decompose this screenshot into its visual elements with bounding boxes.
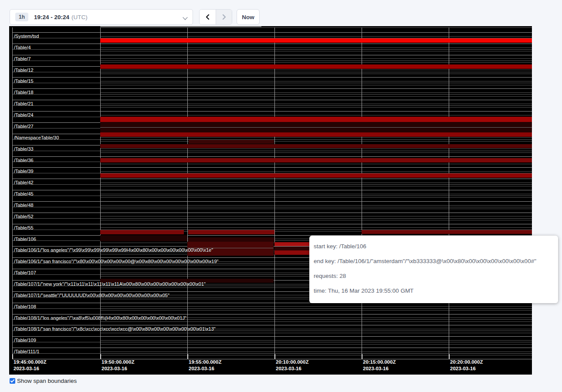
heat-band bbox=[100, 26, 261, 27]
chevron-down-icon bbox=[183, 15, 187, 19]
x-axis-date-label: 2023-03-16 bbox=[276, 366, 301, 372]
grid-subline bbox=[100, 149, 532, 149]
heat-band bbox=[274, 250, 310, 255]
row-label: /Table/106/1/"san francisco"/"\x80\x00\x… bbox=[14, 259, 219, 264]
row-label: /Table/55 bbox=[14, 225, 34, 230]
time-range-zone: (UTC) bbox=[71, 14, 88, 20]
grid-subline bbox=[100, 104, 532, 104]
span-boundary-line bbox=[12, 213, 532, 213]
span-boundary-line bbox=[12, 336, 532, 337]
x-axis-time-label: 20:15:00.000Z bbox=[363, 359, 396, 365]
grid-subline bbox=[100, 96, 532, 97]
next-time-button[interactable] bbox=[216, 10, 232, 24]
heat-band bbox=[100, 132, 532, 137]
grid-subline bbox=[100, 115, 532, 115]
grid-subline bbox=[12, 94, 532, 95]
tooltip-requests: requests: 28 bbox=[314, 268, 554, 283]
heat-band bbox=[100, 117, 532, 122]
grid-subline bbox=[100, 310, 532, 311]
x-axis-tick bbox=[12, 354, 13, 359]
heat-band bbox=[100, 173, 532, 178]
span-boundary-line bbox=[12, 201, 532, 202]
grid-subline bbox=[12, 308, 532, 309]
grid-subline bbox=[12, 83, 532, 83]
time-boundary-line bbox=[274, 27, 275, 359]
x-axis-tick bbox=[362, 354, 362, 359]
heat-band bbox=[188, 237, 274, 242]
time-range-text: 19:24 - 20:24 bbox=[34, 14, 69, 20]
span-boundary-line bbox=[12, 314, 532, 314]
heat-band bbox=[100, 235, 187, 241]
grid-subline bbox=[100, 355, 532, 355]
grid-subline bbox=[12, 184, 532, 185]
time-nav-group bbox=[199, 9, 232, 25]
span-tooltip: start key: /Table/106 end key: /Table/10… bbox=[309, 236, 558, 303]
heat-band bbox=[274, 242, 310, 246]
grid-subline bbox=[100, 209, 532, 209]
grid-subline bbox=[12, 353, 532, 354]
heat-band bbox=[100, 230, 184, 234]
x-axis-time-label: 20:10:00.000Z bbox=[276, 359, 308, 365]
grid-subline bbox=[12, 61, 532, 61]
x-axis-time-label: 19:55:00.000Z bbox=[189, 359, 221, 365]
tooltip-time: time: Thu, 16 Mar 2023 19:55:00 GMT bbox=[314, 283, 554, 298]
grid-subline bbox=[100, 62, 532, 63]
key-visualizer-heatmap[interactable]: /System/tsd/Table/4/Table/7/Table/12/Tab… bbox=[9, 26, 532, 375]
row-label: /Table/39 bbox=[14, 169, 34, 174]
grid-subline bbox=[100, 36, 532, 37]
grid-subline bbox=[100, 321, 532, 322]
x-axis-tick bbox=[100, 354, 101, 359]
grid-subline bbox=[100, 344, 532, 345]
time-boundary-line bbox=[187, 27, 188, 359]
footer: Show span boundaries bbox=[10, 378, 77, 384]
time-boundary-line bbox=[100, 27, 101, 359]
span-boundary-line bbox=[12, 44, 532, 44]
row-label: /Table/7 bbox=[14, 56, 31, 61]
grid-subline bbox=[100, 74, 532, 74]
row-label: /Table/106 bbox=[14, 237, 36, 242]
grid-subline bbox=[100, 58, 532, 59]
span-boundary-line bbox=[12, 348, 532, 348]
grid-subline bbox=[100, 351, 532, 352]
grid-subline bbox=[100, 205, 532, 206]
row-label: /Table/36 bbox=[14, 158, 34, 163]
span-boundary-line bbox=[12, 111, 532, 112]
row-label: /System/tsd bbox=[14, 34, 39, 39]
span-boundary-line bbox=[12, 190, 532, 190]
grid-subline bbox=[12, 218, 532, 219]
span-boundary-line bbox=[12, 325, 532, 325]
row-label: /Table/45 bbox=[14, 191, 34, 196]
row-label: /Table/107/1/"new york"/"\x11\x11\x11\x1… bbox=[14, 281, 206, 287]
row-label: /Table/24 bbox=[14, 112, 34, 118]
row-label: /Table/18 bbox=[14, 90, 34, 95]
grid-subline bbox=[100, 171, 532, 172]
tooltip-end-key: end key: /Table/106/1/"amsterdam"/"\xb33… bbox=[314, 253, 554, 268]
show-span-boundaries-checkbox[interactable] bbox=[10, 378, 15, 384]
chevron-left-icon bbox=[205, 14, 211, 20]
grid-subline bbox=[12, 49, 532, 50]
x-axis-date-label: 2023-03-16 bbox=[363, 366, 389, 372]
time-boundary-line bbox=[449, 27, 449, 359]
grid-subline bbox=[12, 151, 532, 151]
toolbar: 1h 19:24 - 20:24 (UTC) Now bbox=[0, 0, 562, 26]
time-range-selector[interactable]: 1h 19:24 - 20:24 (UTC) bbox=[10, 9, 193, 25]
row-label: /NamespaceTable/30 bbox=[14, 135, 59, 140]
row-label: /Table/15 bbox=[14, 78, 34, 84]
x-axis-date-label: 2023-03-16 bbox=[14, 366, 39, 372]
now-button[interactable]: Now bbox=[237, 9, 260, 25]
chart-top-line bbox=[100, 27, 532, 28]
heat-band bbox=[188, 230, 274, 234]
heat-band bbox=[100, 38, 532, 43]
grid-subline bbox=[100, 194, 532, 194]
span-boundary-line bbox=[12, 77, 532, 78]
row-label: /Table/106/1/"los angeles"/"\x99\x99\x99… bbox=[14, 247, 213, 253]
grid-subline bbox=[12, 105, 532, 106]
grid-subline bbox=[100, 141, 532, 142]
grid-subline bbox=[100, 85, 532, 85]
span-boundary-line bbox=[12, 224, 532, 224]
grid-subline bbox=[12, 342, 532, 342]
grid-subline bbox=[12, 196, 532, 196]
grid-subline bbox=[100, 51, 532, 51]
prev-time-button[interactable] bbox=[200, 10, 216, 24]
row-label: /Table/33 bbox=[14, 146, 34, 152]
